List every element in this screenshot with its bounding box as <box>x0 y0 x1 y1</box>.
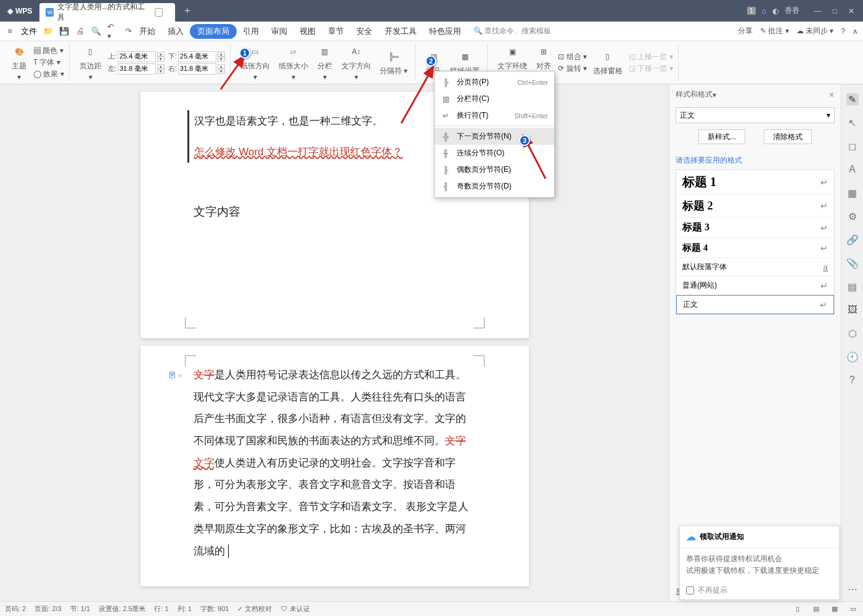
tab-page-layout[interactable]: 页面布局 <box>190 24 237 39</box>
nomore-label: 不再提示 <box>698 585 727 596</box>
tab-badge-icon <box>155 8 163 17</box>
hamburger-icon[interactable]: ≡ <box>5 26 15 36</box>
tab-special[interactable]: 特色应用 <box>423 23 467 39</box>
image-icon[interactable]: 🖼 <box>846 304 859 316</box>
status-words[interactable]: 字数: 901 <box>200 604 229 614</box>
link-icon[interactable]: 🔗 <box>846 233 859 246</box>
view-page-icon[interactable]: ▯ <box>793 604 803 614</box>
new-style-button[interactable]: 新样式... <box>698 129 745 144</box>
minimize-icon[interactable]: — <box>814 7 822 15</box>
sync-button[interactable]: ☁ 未同步 ▾ <box>796 26 834 36</box>
comment-button[interactable]: ✎ 批注 ▾ <box>760 26 789 36</box>
table-icon[interactable]: ▦ <box>846 187 859 199</box>
history-icon[interactable]: 🕘 <box>846 351 859 363</box>
view-web-icon[interactable]: ▦ <box>830 604 840 614</box>
text-direction-button[interactable]: A↕文字方向▾ <box>339 43 374 83</box>
format-pane-icon[interactable]: ✎ <box>846 93 859 105</box>
margin-right-input[interactable] <box>178 63 216 75</box>
paper-size-button[interactable]: ▱纸张大小▾ <box>276 43 311 83</box>
save-icon[interactable]: 💾 <box>59 26 69 36</box>
tab-insert[interactable]: 插入 <box>162 23 190 39</box>
clip-icon[interactable]: 📎 <box>846 257 859 269</box>
margin-left-input[interactable] <box>118 63 156 75</box>
app-name: WPS <box>15 7 32 15</box>
current-style-select[interactable]: 正文▾ <box>676 107 835 123</box>
annotation-1: 1 <box>239 47 250 59</box>
help-icon[interactable]: ? <box>841 27 845 36</box>
print-icon[interactable]: 🖨 <box>75 26 85 36</box>
tab-devtools[interactable]: 开发工具 <box>378 23 423 39</box>
rotate-button[interactable]: ⟳ 旋转 ▾ <box>558 63 587 74</box>
apps-icon[interactable]: ⌂ <box>762 7 766 15</box>
notify-line2: 试用极速下载特权，下载速度更快更稳定 <box>686 565 833 577</box>
share-button[interactable]: 分享 <box>738 26 753 36</box>
p1-heading: 文字内容 <box>194 200 476 224</box>
tab-review[interactable]: 审阅 <box>265 23 293 39</box>
tab-view[interactable]: 视图 <box>293 23 322 39</box>
margin-top-input[interactable] <box>118 51 156 62</box>
margin-top-label: 上: <box>108 52 117 61</box>
tab-security[interactable]: 安全 <box>350 23 378 39</box>
margin-button[interactable]: ▯页边距▾ <box>77 43 104 83</box>
close-icon[interactable]: ✕ <box>848 7 854 15</box>
color-button[interactable]: ▦ 颜色 ▾ <box>33 46 64 56</box>
maximize-icon[interactable]: □ <box>833 7 837 15</box>
status-section[interactable]: 节: 1/1 <box>70 604 90 614</box>
style-h1[interactable]: 标题 1↵ <box>676 170 834 195</box>
line-break-item[interactable]: ↵换行符(T)Shift+Enter <box>435 107 554 124</box>
clear-format-button[interactable]: 清除格式 <box>764 129 812 144</box>
group-button[interactable]: ⊡ 组合 ▾ <box>558 52 587 62</box>
page-break-item[interactable]: ╠分页符(P)Ctrl+Enter <box>435 74 554 91</box>
app-logo: ◆ WPS <box>0 7 39 15</box>
select-icon[interactable]: ↖ <box>846 116 859 129</box>
doc-icon: W <box>46 8 54 17</box>
grid-icon[interactable]: ▤ <box>846 280 859 293</box>
title-bar: ◆ WPS W 文字是人类用...的方式和工具 ＋ 1 ⌂ ◐ 香香 — □ ✕ <box>0 0 863 22</box>
undo-icon[interactable]: ↶ ▾ <box>107 26 117 36</box>
collapse-ribbon-icon[interactable]: ∧ <box>853 27 858 36</box>
status-auth[interactable]: 🛡 未认证 <box>280 604 309 614</box>
style-h2[interactable]: 标题 2↵ <box>676 195 834 217</box>
doc-flag-icon: 🖹 ▫ <box>168 367 182 384</box>
document-tab[interactable]: W 文字是人类用...的方式和工具 <box>39 3 175 22</box>
status-page[interactable]: 页面: 2/3 <box>35 604 61 614</box>
open-icon[interactable]: 📁 <box>43 26 53 36</box>
theme-button[interactable]: 🎨主题▾ <box>9 43 30 83</box>
columns-button[interactable]: ▥分栏▾ <box>314 43 335 83</box>
column-break-item[interactable]: ▥分栏符(C) <box>435 91 554 107</box>
command-search[interactable]: 🔍 查找命令、搜索模板 <box>473 26 551 36</box>
selection-pane-button[interactable]: ▯选择窗格 <box>591 47 625 78</box>
effect-button[interactable]: ◯ 效果 ▾ <box>33 69 64 79</box>
tab-reference[interactable]: 引用 <box>237 23 265 39</box>
panel-hint: 请选择要应用的格式 <box>669 148 841 169</box>
add-tab-button[interactable]: ＋ <box>182 4 192 17</box>
nomore-checkbox[interactable] <box>686 586 694 594</box>
notification-count[interactable]: 1 <box>747 7 756 15</box>
page-2: 🖹 ▫ 文字是人类用符号记录表达信息以传之久远的方式和工具。现代文字大多是记录语… <box>141 346 529 586</box>
p1-link[interactable]: 怎么修改 Word 文档一打字就出现红色字体？ <box>194 146 403 158</box>
status-pagecode[interactable]: 页码: 2 <box>5 604 26 614</box>
redo-icon[interactable]: ↷ <box>123 26 133 36</box>
settings-icon[interactable]: ⚙ <box>846 210 859 222</box>
view-read-icon[interactable]: ▭ <box>848 604 858 614</box>
style-body[interactable]: 正文↵ <box>676 295 834 314</box>
tab-chapter[interactable]: 章节 <box>322 23 350 39</box>
shield-icon[interactable]: ⬡ <box>846 327 859 339</box>
font-button[interactable]: T 字体 ▾ <box>33 57 64 68</box>
text-icon[interactable]: A <box>846 163 859 176</box>
panel-close-icon[interactable]: ✕ <box>828 91 835 99</box>
help2-icon[interactable]: ? <box>846 374 859 386</box>
preview-icon[interactable]: 🔍 <box>91 26 101 36</box>
user-avatar-icon[interactable]: ◐ <box>772 7 779 15</box>
view-outline-icon[interactable]: ▤ <box>811 604 821 614</box>
tab-start[interactable]: 开始 <box>133 23 162 39</box>
style-default[interactable]: 默认段落字体a <box>676 258 834 277</box>
margin-bottom-input[interactable] <box>178 51 216 62</box>
status-proof[interactable]: ✓ 文档校对 <box>237 604 272 614</box>
more-icon[interactable]: ⋯ <box>846 583 859 595</box>
file-menu[interactable]: 文件 <box>21 26 37 37</box>
style-h4[interactable]: 标题 4↵ <box>676 238 834 258</box>
shape-icon[interactable]: ◻ <box>846 140 859 152</box>
style-h3[interactable]: 标题 3↵ <box>676 217 834 238</box>
style-web[interactable]: 普通(网站)↵ <box>676 277 834 295</box>
